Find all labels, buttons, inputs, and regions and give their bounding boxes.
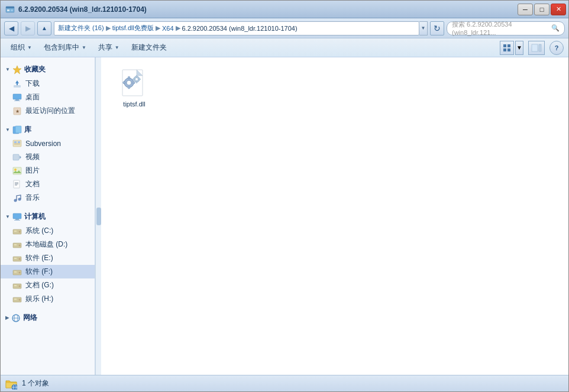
svg-point-39	[19, 231, 21, 232]
status-count: 1 个对象	[22, 378, 49, 388]
up-button[interactable]: ▲	[37, 21, 51, 35]
library-header[interactable]: ▼ 库	[1, 122, 95, 137]
maximize-button[interactable]: □	[534, 4, 549, 15]
window-icon	[5, 5, 15, 14]
svg-rect-44	[14, 258, 17, 259]
svg-rect-5	[507, 44, 510, 47]
help-button[interactable]: ?	[549, 41, 564, 55]
preview-pane-button[interactable]	[528, 41, 545, 55]
svg-rect-50	[14, 285, 17, 286]
music-icon	[12, 193, 22, 203]
sidebar-item-drive-g[interactable]: 文档 (G:)	[1, 278, 95, 292]
svg-rect-21	[14, 141, 17, 143]
library-expand-icon: ▼	[5, 127, 10, 132]
drive-g-icon	[12, 281, 22, 290]
favorites-header[interactable]: ▼ 收藏夹	[1, 62, 95, 77]
sidebar-item-drive-d[interactable]: 本地磁盘 (D:)	[1, 238, 95, 251]
sidebar-item-music[interactable]: 音乐	[1, 191, 95, 205]
new-folder-button[interactable]: 新建文件夹	[126, 40, 172, 56]
svg-rect-74	[139, 79, 141, 80]
star-icon	[12, 65, 22, 74]
network-header[interactable]: ▶ 网络	[1, 310, 95, 325]
sidebar-item-subversion[interactable]: Subversion	[1, 137, 95, 150]
file-tiptsf-dll[interactable]: tiptsf.dll	[111, 67, 158, 111]
include-library-button[interactable]: 包含到库中 ▼	[38, 40, 92, 56]
window-title: 6.2.9200.20534 (win8_ldr.121010-1704)	[18, 5, 147, 14]
sidebar-scrollbar[interactable]	[95, 57, 101, 375]
file-area: tiptsf.dll	[101, 57, 568, 375]
close-button[interactable]: ✕	[551, 4, 566, 15]
title-bar-controls: ─ □ ✕	[518, 4, 566, 15]
svg-rect-73	[133, 79, 135, 80]
svg-rect-71	[136, 76, 137, 77]
minimize-button[interactable]: ─	[518, 4, 533, 15]
sidebar-item-document[interactable]: 文档	[1, 177, 95, 191]
breadcrumb-x64[interactable]: X64	[162, 25, 174, 32]
view-mode-button[interactable]	[500, 41, 514, 55]
svg-rect-47	[14, 271, 17, 273]
search-bar[interactable]: 搜索 6.2.9200.20534 (win8_ldr.121... 🔍	[447, 21, 565, 35]
search-icon: 🔍	[551, 24, 560, 32]
sidebar-scrollbar-thumb[interactable]	[96, 208, 101, 225]
refresh-button[interactable]: ↻	[430, 21, 444, 35]
dll-file-icon	[120, 70, 148, 98]
view-dropdown-button[interactable]: ▼	[515, 41, 523, 55]
subversion-icon	[12, 139, 22, 148]
back-button[interactable]: ◀	[4, 21, 18, 35]
svg-point-51	[19, 285, 21, 287]
svg-rect-23	[14, 144, 20, 144]
title-bar: 6.2.9200.20534 (win8_ldr.121010-1704) ─ …	[1, 1, 568, 18]
drive-e-icon	[12, 254, 22, 263]
sidebar-item-drive-h[interactable]: 娱乐 (H:)	[1, 292, 95, 306]
favorites-expand-icon: ▼	[5, 67, 10, 72]
library-section: ▼ 库 Subversion 视频	[1, 122, 95, 205]
breadcrumb-tiptsf[interactable]: tiptsf.dll免费版	[112, 24, 154, 33]
library-icon	[12, 125, 22, 135]
svg-marker-10	[13, 66, 21, 74]
sidebar-item-video[interactable]: 视频	[1, 150, 95, 164]
video-icon	[12, 153, 22, 162]
svg-rect-20	[13, 140, 21, 147]
sidebar-item-recent[interactable]: ★ 最近访问的位置	[1, 104, 95, 118]
svg-rect-19	[15, 126, 21, 133]
main-area: ▼ 收藏夹 下载 桌面	[1, 57, 568, 375]
breadcrumb-dropdown[interactable]: ▼	[419, 21, 428, 35]
svg-marker-25	[20, 155, 21, 159]
sidebar-item-desktop[interactable]: 桌面	[1, 90, 95, 104]
drive-h-icon	[12, 294, 22, 304]
sidebar-item-download[interactable]: 下载	[1, 77, 95, 90]
svg-marker-12	[15, 80, 19, 85]
computer-header[interactable]: ▼ 计算机	[1, 209, 95, 224]
address-bar: ◀ ▶ ▲ 新建文件夹 (16) ▶ tiptsf.dll免费版 ▶ X64 ▶…	[1, 18, 568, 38]
breadcrumb-bar: 新建文件夹 (16) ▶ tiptsf.dll免费版 ▶ X64 ▶ 6.2.9…	[54, 21, 419, 35]
sidebar-item-drive-e[interactable]: 软件 (E:)	[1, 251, 95, 265]
recent-icon: ★	[12, 106, 22, 116]
sidebar-item-picture[interactable]: 图片	[1, 164, 95, 177]
breadcrumb-new-folder[interactable]: 新建文件夹 (16)	[58, 24, 104, 33]
svg-rect-3	[11, 9, 13, 11]
picture-icon	[12, 166, 22, 176]
drive-f-icon	[12, 267, 22, 277]
organize-button[interactable]: 组织 ▼	[5, 40, 37, 56]
svg-rect-4	[503, 44, 506, 47]
breadcrumb-current: 6.2.9200.20534 (win8_ldr.121010-1704)	[182, 25, 298, 32]
svg-text:★: ★	[15, 109, 20, 114]
svg-rect-11	[14, 85, 21, 88]
svg-rect-66	[132, 82, 135, 84]
svg-point-48	[19, 271, 21, 273]
network-expand-icon: ▶	[5, 315, 9, 320]
svg-rect-26	[13, 167, 21, 174]
sidebar-item-drive-c[interactable]: 系统 (C:)	[1, 224, 95, 238]
sidebar-item-drive-f[interactable]: 软件 (F:)	[1, 265, 95, 278]
share-button[interactable]: 共享 ▼	[93, 40, 125, 56]
status-folder-icon	[5, 378, 17, 390]
svg-rect-38	[14, 231, 17, 232]
svg-rect-7	[507, 48, 510, 51]
view-buttons: ▼	[500, 41, 523, 55]
svg-rect-41	[14, 244, 17, 245]
svg-rect-35	[15, 219, 19, 220]
drive-c-icon	[12, 226, 22, 236]
forward-button[interactable]: ▶	[21, 21, 35, 35]
download-icon	[12, 79, 22, 89]
sidebar: ▼ 收藏夹 下载 桌面	[1, 57, 95, 375]
